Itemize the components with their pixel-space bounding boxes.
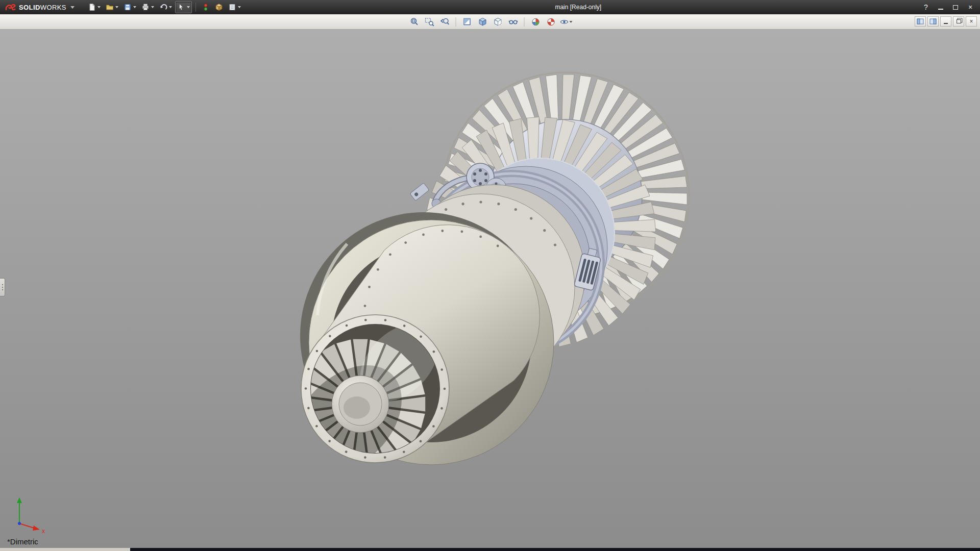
next-window-icon: [929, 18, 937, 24]
hide-show-glasses-icon: [508, 17, 518, 27]
solidworks-logo[interactable]: SOLIDWORKS: [3, 3, 75, 12]
print-button[interactable]: [139, 1, 156, 13]
view-orientation-label: *Dimetric: [7, 537, 38, 546]
print-icon: [141, 3, 150, 11]
undo-icon: [159, 3, 167, 11]
view-settings-button[interactable]: [560, 16, 573, 28]
toolbar-separator: [524, 17, 525, 27]
dropdown-caret-icon[interactable]: [238, 6, 241, 8]
appearance-sphere-icon: [530, 17, 541, 27]
close-button[interactable]: ×: [964, 2, 977, 13]
standard-toolbar: [86, 1, 243, 13]
zoom-to-area-icon: [424, 17, 434, 27]
brand-menu-caret-icon[interactable]: [70, 6, 75, 9]
3ds-logo-icon: [5, 3, 16, 12]
window-title: main [Read-only]: [555, 4, 601, 11]
zoom-to-fit-button[interactable]: [408, 16, 421, 28]
previous-view-icon: [439, 17, 450, 27]
brand-text: SOLIDWORKS: [19, 4, 66, 11]
toolbar-separator: [456, 17, 456, 27]
titlebar-controls: ? ×: [919, 2, 977, 13]
solidworks-window: SOLIDWORKS: [0, 0, 980, 551]
new-document-icon: [88, 3, 96, 11]
save-floppy-icon: [124, 3, 132, 11]
doc-restore-button[interactable]: [953, 16, 964, 27]
save-button[interactable]: [121, 1, 138, 13]
selection-filter-button[interactable]: [200, 1, 212, 13]
zoom-to-fit-icon: [409, 17, 419, 27]
doc-minimize-button[interactable]: [940, 16, 951, 27]
new-document-button[interactable]: [86, 1, 103, 13]
minimize-icon: [938, 9, 943, 10]
display-style-icon: [493, 17, 503, 27]
help-button[interactable]: ?: [919, 2, 933, 13]
heads-up-toolbar-row: ×: [0, 14, 980, 30]
graphics-viewport[interactable]: x *Dimetric: [0, 30, 980, 551]
titlebar: SOLIDWORKS: [0, 0, 980, 14]
previous-window-button[interactable]: [915, 16, 926, 27]
options-button[interactable]: [226, 1, 243, 13]
taskbar-dark-segment: [130, 548, 980, 551]
restore-icon: [957, 19, 961, 23]
taskbar-strip[interactable]: [0, 548, 980, 551]
display-style-button[interactable]: [492, 16, 504, 28]
previous-window-icon: [917, 18, 924, 24]
next-window-button[interactable]: [927, 16, 939, 27]
z-axis-indicator: [18, 522, 21, 525]
lifting-lug: [410, 183, 429, 201]
edit-appearance-button[interactable]: [529, 16, 542, 28]
dropdown-caret-icon[interactable]: [169, 6, 172, 8]
x-axis-label: x: [42, 528, 45, 535]
undo-button[interactable]: [157, 1, 174, 13]
scene-sphere-icon: [546, 17, 556, 27]
select-tool-button[interactable]: [175, 1, 192, 13]
minimize-icon: [944, 23, 948, 24]
open-button[interactable]: [104, 1, 120, 13]
component-box-icon: [215, 3, 223, 11]
heads-up-view-toolbar: [408, 16, 573, 28]
maximize-icon: [953, 5, 958, 10]
maximize-button[interactable]: [949, 2, 962, 13]
view-orientation-button[interactable]: [476, 16, 489, 28]
taskbar-left-segment: [0, 548, 130, 551]
section-view-icon: [462, 17, 472, 27]
options-sheet-icon: [228, 3, 236, 11]
previous-view-button[interactable]: [438, 16, 451, 28]
dropdown-caret-icon[interactable]: [133, 6, 136, 8]
toolbar-separator: [195, 3, 196, 12]
open-folder-icon: [106, 3, 114, 11]
dropdown-caret-icon[interactable]: [97, 6, 101, 8]
orientation-triad[interactable]: x: [8, 493, 51, 536]
engine-model[interactable]: [0, 30, 980, 551]
dropdown-caret-icon[interactable]: [115, 6, 118, 8]
doc-close-button[interactable]: ×: [966, 16, 977, 27]
red-green-filter-icon: [202, 3, 210, 11]
select-cursor-icon: [177, 3, 185, 11]
document-window-controls: ×: [915, 16, 977, 27]
hide-show-items-button[interactable]: [507, 16, 520, 28]
apply-scene-button[interactable]: [545, 16, 557, 28]
section-view-button[interactable]: [461, 16, 474, 28]
minimize-button[interactable]: [934, 2, 947, 13]
dropdown-caret-icon[interactable]: [151, 6, 154, 8]
dropdown-caret-icon[interactable]: [570, 21, 573, 23]
featuremanager-splitter-handle[interactable]: [0, 278, 5, 296]
view-settings-eye-icon: [560, 17, 569, 27]
zoom-to-area-button[interactable]: [423, 16, 436, 28]
component-button[interactable]: [213, 1, 225, 13]
view-orientation-cube-icon: [477, 17, 487, 27]
dropdown-caret-icon[interactable]: [187, 6, 190, 8]
